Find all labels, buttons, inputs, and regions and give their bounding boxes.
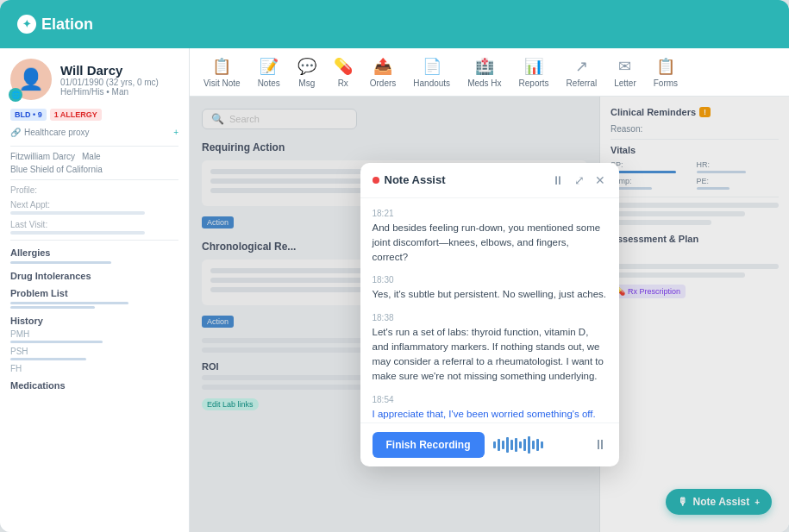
transcript-entry-1: 18:21 And besides feeling run-down, you … <box>373 209 607 266</box>
patient-dob: 01/01/1990 (32 yrs, 0 mc) <box>60 78 159 87</box>
patient-avatar: 👤 🌐 <box>10 59 52 100</box>
toolbar-msg[interactable]: 💬 Msg <box>297 57 316 88</box>
patient-name: Will Darcy <box>60 63 159 78</box>
modal-body: 18:21 And besides feeling run-down, you … <box>360 198 619 422</box>
psh-bar <box>10 358 86 360</box>
wave-bar-7 <box>519 441 522 448</box>
notes-label: Notes <box>258 78 280 88</box>
sidebar-refs: Fitzwilliam Darcy Male <box>10 152 178 161</box>
insurance: Blue Shield of California <box>10 165 103 174</box>
app-shell: ✦ Elation 👤 🌐 Will Darcy 01/01/1990 (32 … <box>0 0 789 532</box>
forms-icon: 📋 <box>656 57 675 76</box>
globe-icon: 🌐 <box>9 88 22 102</box>
fh-label: FH <box>10 364 178 373</box>
wave-bar-1 <box>493 441 496 448</box>
modal-pause-button[interactable]: ⏸ <box>550 172 566 189</box>
reports-icon: 📊 <box>524 57 543 76</box>
toolbar-handouts[interactable]: 📄 Handouts <box>413 57 450 88</box>
toolbar-visit-note[interactable]: 📋 Visit Note <box>204 57 241 88</box>
letter-icon: ✉ <box>618 57 631 76</box>
toolbar-notes[interactable]: 📝 Notes <box>258 57 280 88</box>
msg-label: Msg <box>298 78 315 88</box>
orders-icon: 📤 <box>373 57 392 76</box>
divider-2 <box>10 179 178 180</box>
wave-bar-9 <box>528 436 530 454</box>
wave-bar-12 <box>541 441 543 448</box>
drug-title: Drug Intolerances <box>10 271 178 281</box>
close-icon: ✕ <box>595 173 605 187</box>
referral-label: Referral <box>567 78 598 88</box>
problem-bar2 <box>10 306 95 309</box>
notes-icon: 📝 <box>260 57 279 76</box>
toolbar-forms[interactable]: 📋 Forms <box>654 57 678 88</box>
proxy-label: Healthcare proxy <box>24 128 90 137</box>
problem-bar <box>10 302 128 304</box>
finish-recording-button[interactable]: Finish Recording <box>373 432 485 458</box>
rx-label: Rx <box>338 78 348 88</box>
handouts-icon: 📄 <box>423 57 441 76</box>
wave-bar-2 <box>498 439 500 451</box>
pause-icon: ⏸ <box>552 173 564 187</box>
recording-dot <box>373 177 379 184</box>
psh-label: PSH <box>10 347 178 356</box>
modal-close-button[interactable]: ✕ <box>593 172 607 189</box>
visit-note-label: Visit Note <box>204 78 241 88</box>
toolbar-orders[interactable]: 📤 Orders <box>370 57 397 88</box>
modal-overlay: Note Assist ⏸ ⤢ ✕ <box>190 97 789 532</box>
next-appt-label: Next Appt: <box>10 200 178 210</box>
patient-header: 👤 🌐 Will Darcy 01/01/1990 (32 yrs, 0 mc)… <box>10 59 178 100</box>
patient-full-name: Fitzwilliam Darcy <box>10 152 75 161</box>
allergy-bar <box>10 261 111 264</box>
footer-pause-icon[interactable]: ⏸ <box>593 437 607 453</box>
transcript-entry-4: 18:54 I appreciate that, I've been worri… <box>373 395 607 422</box>
modal-header: Note Assist ⏸ ⤢ ✕ <box>360 163 619 198</box>
meds-hx-icon: 🏥 <box>475 57 494 76</box>
tag-row: BLD • 9 1 ALLERGY <box>10 109 178 121</box>
last-visit-label: Last Visit: <box>10 220 178 229</box>
toolbar-reports[interactable]: 📊 Reports <box>519 57 549 88</box>
toolbar-letter[interactable]: ✉ Letter <box>614 57 636 88</box>
referral-icon: ↗ <box>575 57 588 76</box>
pmh-label: PMH <box>10 329 178 339</box>
profile-label: Profile: <box>10 185 178 195</box>
proxy-icon: 🔗 <box>10 128 21 137</box>
insurance-row: Blue Shield of California <box>10 165 178 174</box>
transcript-text-2: Yes, it's subtle but persistent. No swel… <box>373 287 607 302</box>
meds-title: Medications <box>10 380 178 391</box>
transcript-time-4: 18:54 <box>373 395 607 404</box>
allergy-tag: 1 ALLERGY <box>50 109 102 121</box>
wave-bar-11 <box>536 439 539 451</box>
history-title: History <box>10 316 178 326</box>
top-nav: ✦ Elation <box>0 0 789 48</box>
modal-expand-button[interactable]: ⤢ <box>573 172 586 189</box>
blood-tag: BLD • 9 <box>10 109 47 121</box>
wave-bar-4 <box>506 437 509 453</box>
next-appt-bar <box>10 211 145 215</box>
toolbar-rx[interactable]: 💊 Rx <box>334 57 353 88</box>
transcript-entry-2: 18:30 Yes, it's subtle but persistent. N… <box>373 275 607 302</box>
transcript-time-2: 18:30 <box>373 275 607 285</box>
workspace: 🔍 Search Requiring Action Action Chronol… <box>190 97 789 532</box>
visit-note-icon: 📋 <box>212 57 231 76</box>
orders-label: Orders <box>370 78 397 88</box>
expand-icon: ⤢ <box>574 173 585 187</box>
transcript-entry-3: 18:38 Let's run a set of labs: thyroid f… <box>373 313 607 385</box>
transcript-text-3: Let's run a set of labs: thyroid functio… <box>373 325 607 385</box>
meds-hx-label: Meds Hx <box>467 78 501 88</box>
transcript-text-4: I appreciate that, I've been worried som… <box>373 407 607 422</box>
modal-title-text: Note Assist <box>385 173 446 186</box>
wave-bar-8 <box>523 439 526 451</box>
add-proxy-btn[interactable]: + <box>173 128 178 137</box>
logo: ✦ Elation <box>17 15 93 34</box>
toolbar-meds-hx[interactable]: 🏥 Meds Hx <box>467 57 501 88</box>
transcript-time-3: 18:38 <box>373 313 607 322</box>
waveform <box>493 436 585 454</box>
divider-3 <box>10 240 178 241</box>
note-assist-modal: Note Assist ⏸ ⤢ ✕ <box>360 163 619 466</box>
msg-icon: 💬 <box>297 57 316 76</box>
modal-controls: ⏸ ⤢ ✕ <box>550 172 607 189</box>
toolbar-referral[interactable]: ↗ Referral <box>567 57 598 88</box>
modal-title: Note Assist <box>373 173 446 186</box>
transcript-text-1: And besides feeling run-down, you mentio… <box>373 221 607 266</box>
patient-info: Will Darcy 01/01/1990 (32 yrs, 0 mc) He/… <box>60 63 159 97</box>
